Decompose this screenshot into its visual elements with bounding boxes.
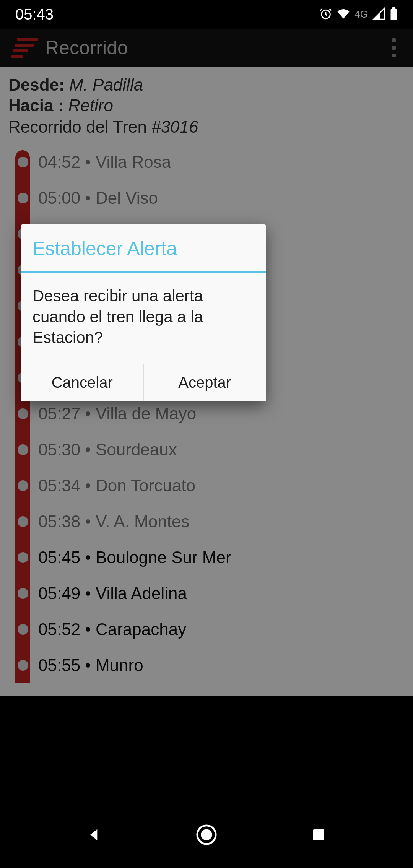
system-nav-bar — [0, 801, 413, 868]
battery-icon — [390, 7, 398, 22]
home-button[interactable] — [195, 823, 218, 846]
accept-button[interactable]: Aceptar — [144, 364, 266, 401]
dialog-message: Desea recibir una alerta cuando el tren … — [21, 273, 266, 364]
alarm-icon — [319, 7, 332, 22]
dialog-actions: Cancelar Aceptar — [21, 364, 266, 401]
svg-point-4 — [202, 830, 211, 839]
wifi-icon — [337, 7, 350, 22]
svg-rect-1 — [391, 9, 397, 20]
dialog-title: Establecer Alerta — [21, 224, 266, 271]
status-bar: 05:43 4G — [0, 0, 413, 29]
status-icons: 4G — [319, 7, 398, 22]
svg-rect-5 — [313, 829, 324, 840]
signal-icon — [372, 7, 385, 22]
cancel-button[interactable]: Cancelar — [21, 364, 144, 401]
status-time: 05:43 — [15, 6, 54, 23]
network-type: 4G — [354, 8, 368, 20]
recent-apps-button[interactable] — [307, 823, 330, 846]
svg-rect-2 — [392, 7, 396, 10]
alert-dialog: Establecer Alerta Desea recibir una aler… — [21, 224, 266, 401]
back-button[interactable] — [83, 823, 106, 846]
